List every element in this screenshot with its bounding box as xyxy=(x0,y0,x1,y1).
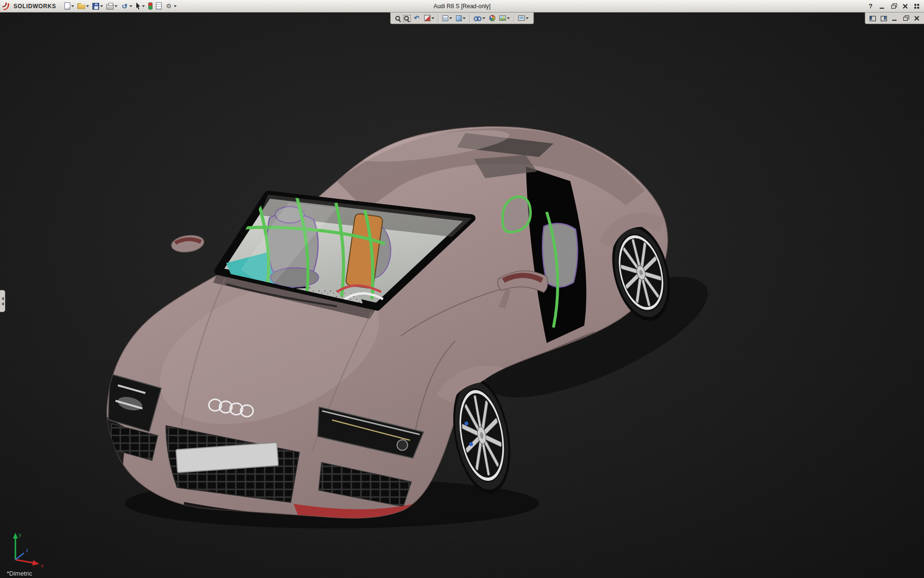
edit-appearance-icon xyxy=(489,15,496,21)
window-title: Audi R8 S [Read-only] xyxy=(434,3,491,10)
hide-show-items-dropdown-caret[interactable] xyxy=(483,17,486,19)
new-document-dropdown-caret[interactable] xyxy=(71,5,74,7)
view-orientation-button[interactable] xyxy=(441,13,454,23)
undo-button[interactable] xyxy=(119,1,134,11)
toolbar-separator xyxy=(438,14,439,22)
save-button[interactable] xyxy=(91,1,104,11)
hide-show-items-button[interactable] xyxy=(473,13,487,23)
view-orientation-dropdown-caret[interactable] xyxy=(449,17,452,19)
select-icon xyxy=(136,2,141,10)
section-view-icon xyxy=(424,15,431,21)
options-icon xyxy=(165,2,173,10)
previous-view-icon xyxy=(413,14,421,22)
edit-appearance-button[interactable] xyxy=(488,13,497,23)
view-settings-button[interactable] xyxy=(517,13,530,23)
titlebar-controls: ? xyxy=(865,1,922,11)
pane-right-button[interactable] xyxy=(878,13,889,23)
display-style-dropdown-caret[interactable] xyxy=(463,17,466,19)
triad-y-label: y xyxy=(19,532,21,538)
headsup-view-toolbar xyxy=(390,13,534,24)
close-icon xyxy=(901,2,909,10)
display-style-button[interactable] xyxy=(455,13,467,23)
solidworks-app-window: SOLIDWORKS Audi R8 S [Read-only] ? xyxy=(0,0,924,578)
print-dropdown-caret[interactable] xyxy=(115,5,117,7)
pane-left-button[interactable] xyxy=(867,13,878,23)
view-settings-icon xyxy=(518,15,525,21)
doc-close-icon xyxy=(913,14,921,22)
view-settings-dropdown-caret[interactable] xyxy=(526,17,529,19)
app-grid-icon xyxy=(913,2,921,10)
titlebar: SOLIDWORKS Audi R8 S [Read-only] ? xyxy=(0,0,924,13)
close-button[interactable] xyxy=(900,1,911,11)
apply-scene-button[interactable] xyxy=(498,13,512,23)
zoom-to-fit-button[interactable] xyxy=(394,13,402,23)
undo-dropdown-caret[interactable] xyxy=(129,5,132,7)
new-document-icon xyxy=(64,2,70,10)
doc-close-button[interactable] xyxy=(911,13,922,23)
zoom-to-area-icon xyxy=(404,16,409,21)
collapse-chevron-icon xyxy=(1,297,4,301)
save-icon xyxy=(92,3,99,10)
section-view-dropdown-caret[interactable] xyxy=(432,17,435,19)
apply-scene-icon xyxy=(500,15,506,21)
section-view-button[interactable] xyxy=(423,13,436,23)
doc-restore-icon xyxy=(902,14,910,22)
orientation-triad[interactable]: y x z xyxy=(8,531,48,568)
restore-icon xyxy=(890,2,898,10)
print-icon xyxy=(106,4,114,10)
display-style-icon xyxy=(456,15,462,21)
restore-button[interactable] xyxy=(888,1,899,11)
zoom-to-area-button[interactable] xyxy=(403,13,411,23)
open-button[interactable] xyxy=(76,1,90,11)
new-document-button[interactable] xyxy=(63,1,76,11)
app-grid-button[interactable] xyxy=(911,1,922,11)
pane-left-icon xyxy=(869,14,876,22)
previous-view-button[interactable] xyxy=(411,13,422,23)
doc-restore-button[interactable] xyxy=(900,13,911,23)
graphics-viewport[interactable]: y x z *Dimetric xyxy=(0,13,924,578)
open-dropdown-caret[interactable] xyxy=(86,5,89,7)
minimize-icon xyxy=(878,2,886,10)
toolbar-separator xyxy=(470,14,470,22)
apply-scene-dropdown-caret[interactable] xyxy=(507,17,510,19)
help-icon: ? xyxy=(867,2,874,10)
pane-right-icon xyxy=(880,14,887,22)
hide-show-items-icon xyxy=(474,16,482,20)
select-button[interactable] xyxy=(134,1,146,11)
toolbar-separator xyxy=(514,14,514,22)
options-dropdown-caret[interactable] xyxy=(174,5,177,7)
options-button[interactable] xyxy=(164,1,178,11)
doc-minimize-icon xyxy=(891,14,898,22)
triad-z-label: z xyxy=(26,548,28,553)
collapse-chevron-icon xyxy=(1,302,4,306)
rebuild-icon xyxy=(148,2,153,10)
solidworks-logo: SOLIDWORKS xyxy=(2,2,56,11)
zoom-to-fit-icon xyxy=(396,16,400,21)
solidworks-logo-icon xyxy=(2,2,12,11)
featuremanager-flyout-tab[interactable] xyxy=(0,290,5,312)
save-dropdown-caret[interactable] xyxy=(100,5,103,7)
view-orientation-icon xyxy=(443,15,449,21)
view-orientation-status: *Dimetric xyxy=(7,570,32,577)
print-button[interactable] xyxy=(105,1,119,11)
select-dropdown-caret[interactable] xyxy=(142,5,145,7)
undo-icon xyxy=(121,2,128,10)
minimize-button[interactable] xyxy=(877,1,887,11)
file-properties-button[interactable] xyxy=(154,1,163,11)
rebuild-button[interactable] xyxy=(147,1,154,11)
doc-minimize-button[interactable] xyxy=(889,13,900,23)
document-window-controls xyxy=(865,13,924,24)
brand-text: SOLIDWORKS xyxy=(13,3,56,10)
file-properties-icon xyxy=(156,2,162,10)
model-audi-r8[interactable] xyxy=(0,13,924,578)
open-icon xyxy=(77,3,85,9)
triad-x-label: x xyxy=(41,563,43,568)
main-toolbar xyxy=(63,1,178,11)
help-button[interactable]: ? xyxy=(865,1,876,11)
